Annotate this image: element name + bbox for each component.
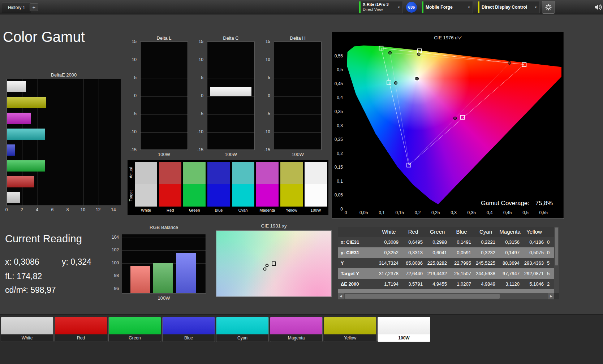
table-cell: 0,0591 xyxy=(449,247,474,258)
target-swatch xyxy=(207,184,230,207)
patch-button-magenta[interactable]: Magenta xyxy=(270,317,323,342)
table-horizontal-scrollbar[interactable]: ◀ ▶ xyxy=(338,293,554,299)
gridline xyxy=(122,238,206,238)
table-cell: 292,0871 xyxy=(522,268,546,279)
source-label: Mobile Forge xyxy=(423,5,455,10)
add-tab-button[interactable]: + xyxy=(30,3,38,11)
delta-h-chart: Delta H 151050-5-10-15 100W xyxy=(260,35,322,160)
table-cell: 65,8086 xyxy=(401,258,425,268)
table-header xyxy=(338,227,377,237)
gamut-coverage-value: 75,8% xyxy=(535,200,553,207)
table-row-label: ΔE 2000 xyxy=(338,279,377,289)
x-tick-label: 4 xyxy=(36,207,38,212)
table-cell: 97,7947 xyxy=(498,268,522,279)
table-cell: 293,4363 xyxy=(522,258,546,268)
table-cell: 0,1497 xyxy=(498,247,522,258)
table-vertical-scrollbar[interactable] xyxy=(554,227,559,293)
strip-target-label: Target xyxy=(129,190,133,202)
delta-bar xyxy=(210,87,251,96)
scroll-left-button[interactable]: ◀ xyxy=(338,293,344,299)
horizontal-scroll-thumb[interactable] xyxy=(345,294,500,299)
gridline xyxy=(207,114,254,114)
cie1976-title: CIE 1976 u'v' xyxy=(332,35,564,40)
cie-markers xyxy=(346,42,561,209)
target-swatch xyxy=(232,184,254,207)
patch-button-white[interactable]: White xyxy=(1,317,53,342)
table-header: Red xyxy=(401,227,425,237)
patch-button-red[interactable]: Red xyxy=(55,317,107,342)
actual-target-strip: Actual Target WhiteRedGreenBlueCyanMagen… xyxy=(128,160,328,215)
gridline xyxy=(141,132,188,133)
page-title: Color Gamut xyxy=(3,29,85,45)
gridline xyxy=(141,150,188,151)
gamut-coverage: Gamut Coverage: 75,8% xyxy=(481,200,553,207)
patch-swatch xyxy=(109,317,161,334)
patch-button-blue[interactable]: Blue xyxy=(162,317,215,342)
deltae-bar-blue xyxy=(7,144,15,156)
cie-xlabels: 00,050,10,150,20,250,30,350,40,450,50,55 xyxy=(346,210,561,216)
measured-marker xyxy=(265,264,268,267)
patch-button-100w[interactable]: 100W xyxy=(378,317,430,342)
cie31-chart xyxy=(216,230,332,297)
speaker-button[interactable] xyxy=(594,3,603,12)
x-tick-label: 0,15 xyxy=(396,210,404,215)
source-dropdown[interactable]: Mobile Forge ▼ xyxy=(422,1,473,13)
y-tick-label: 0,25 xyxy=(335,137,343,142)
reading-xy: x: 0,3086 y: 0,324 xyxy=(5,257,91,267)
table-cell: 0,3089 xyxy=(377,237,401,247)
table-cell: 1,0207 xyxy=(449,279,474,289)
gridline xyxy=(141,96,188,96)
y-tick-label: -15 xyxy=(197,147,203,152)
patch-button-cyan[interactable]: Cyan xyxy=(216,317,269,342)
patch-column-label: Red xyxy=(159,208,181,212)
y-tick-label: 0 xyxy=(201,93,203,98)
table-row-label: Target Y xyxy=(338,268,377,279)
patch-label: Yellow xyxy=(324,334,376,342)
y-tick-label: 0 xyxy=(268,93,270,98)
history-tab[interactable]: History 1 xyxy=(2,2,31,13)
rgb-balance-title: RGB Balance xyxy=(122,225,206,230)
table-cell: 245,5225 xyxy=(474,258,498,268)
deltae-bar-cyan xyxy=(7,129,45,140)
x-tick-label: 0 xyxy=(5,207,8,212)
table-cell: 88,3694 xyxy=(498,258,522,268)
x-tick-label: 8 xyxy=(66,207,69,212)
table-header: Yellow xyxy=(522,227,546,237)
rgb-balance-chart: RGB Balance 1041021009896 100W xyxy=(108,225,210,302)
display-control-dropdown[interactable]: Direct Display Control ▼ xyxy=(478,1,540,13)
measured-marker xyxy=(508,61,511,64)
strip-cols xyxy=(135,162,327,207)
patch-label: White xyxy=(1,334,53,342)
y-tick-label: 5 xyxy=(134,75,137,80)
patch-label: Cyan xyxy=(216,334,268,342)
y-tick-label: 0,5 xyxy=(337,67,343,72)
chevron-down-icon: ▼ xyxy=(467,6,473,9)
target-marker xyxy=(461,116,465,120)
target-marker xyxy=(272,261,276,266)
patch-column-white xyxy=(135,162,157,207)
table-row-label: x: CIE31 xyxy=(338,237,377,247)
table-cell: 0,1491 xyxy=(449,237,474,247)
x-tick-label: 2 xyxy=(21,207,23,212)
deltae-bar-100w xyxy=(7,81,26,92)
patch-button-yellow[interactable]: Yellow xyxy=(324,317,376,342)
top-bar: History 1 + X-Rite i1Pro 3 Direct View ▼… xyxy=(0,0,603,14)
meter-count-badge: 636 xyxy=(406,2,417,13)
patch-column-cyan xyxy=(232,162,254,207)
patch-button-green[interactable]: Green xyxy=(108,317,161,342)
x-tick-label: 0,05 xyxy=(359,210,368,215)
x-tick-label: 0,25 xyxy=(431,210,440,215)
patch-column-label: 100W xyxy=(305,208,327,212)
meter-dropdown[interactable]: X-Rite i1Pro 3 Direct View ▼ xyxy=(359,1,403,13)
table-cell: 0,5075 xyxy=(522,247,546,258)
display-control-label: Direct Display Control xyxy=(479,5,529,10)
scroll-right-button[interactable]: ▶ xyxy=(548,293,554,299)
measured-marker xyxy=(415,77,418,80)
horizontal-scroll-track[interactable] xyxy=(344,293,548,299)
table-cell: 25,1507 xyxy=(449,268,474,279)
settings-button[interactable] xyxy=(542,1,555,14)
cie1931-title: CIE 1931 xy xyxy=(216,223,332,229)
vertical-scroll-thumb[interactable] xyxy=(555,228,558,265)
patch-column-label: Magenta xyxy=(256,208,279,212)
table-cell: 1,7194 xyxy=(377,279,401,289)
